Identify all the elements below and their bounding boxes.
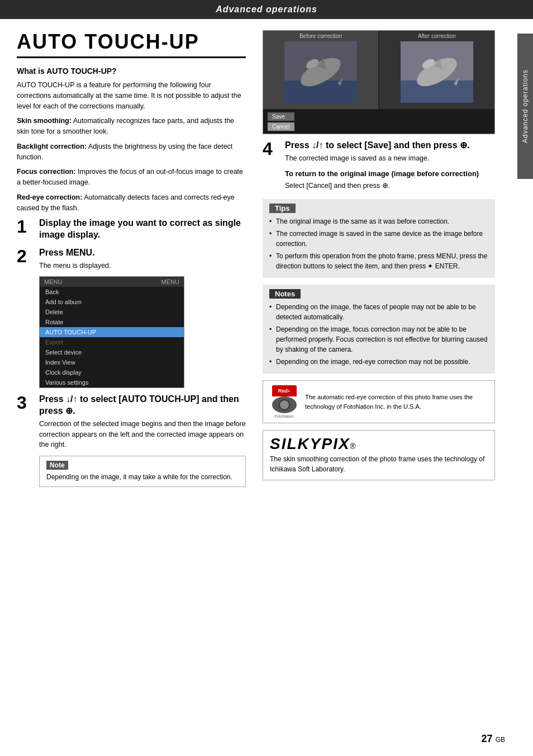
skin-smoothing: Skin smoothing: Automatically recognizes… [17,116,246,137]
svg-rect-7 [401,81,473,103]
silkypix-brand: SILKYPIX [270,436,350,452]
page-title: AUTO TOUCH-UP [17,30,246,58]
page-number-container: 27 GB [482,733,505,745]
tips-title: Tips [269,204,296,213]
menu-screenshot: MENU MENU Back Add to album Delete Rotat… [39,276,184,388]
svg-rect-1 [284,81,357,103]
what-is-body: AUTO TOUCH-UP is a feature for performin… [17,80,246,111]
tips-box: Tips The original image is the same as i… [263,199,495,278]
focus-correction: Focus correction: Improves the focus of … [17,167,246,188]
notes-item-1: Depending on the image, the faces of peo… [269,302,488,322]
step-2: 2 Press MENU. The menu is displayed. [17,247,246,271]
menu-item-rotate: Rotate [40,317,184,327]
notes-title: Notes [269,289,301,299]
tips-item-1: The original image is the same as it was… [269,216,488,226]
before-dolphin-image [284,41,357,103]
menu-label: MENU [44,278,62,285]
notes-item-3: Depending on the image, red-eye correcti… [269,357,488,367]
backlight-correction: Backlight correction: Adjusts the bright… [17,141,246,163]
after-label: After correction [418,31,456,41]
silkypix-box: SILKYPIX ® The skin smoothing correction… [263,430,495,480]
menu-screenshot-header: MENU MENU [40,277,184,287]
save-cancel-bar: Save Cancel [263,109,494,134]
header-title: Advanced operations [216,4,317,14]
step-1-number: 1 [17,218,34,235]
menu-item-select-device: Select device [40,347,184,357]
step-1: 1 Display the image you want to correct … [17,218,246,243]
page-label: GB [496,736,505,744]
backlight-label: Backlight correction: [17,143,87,150]
fotonation-label: FotoNation [272,414,297,418]
save-button[interactable]: Save [268,112,294,121]
silkypix-brand-line: SILKYPIX ® [270,436,488,452]
step-4-number: 4 [263,140,279,158]
note-step3-title: Note [46,461,68,470]
step-2-body: The menu is displayed. [39,261,246,271]
menu-item-delete: Delete [40,307,184,317]
menu-item-auto-touch-up: AUTO TOUCH-UP [40,327,184,337]
tips-item-2: The corrected image is saved in the same… [269,229,488,249]
menu-item-export: Export [40,337,184,347]
step-2-number: 2 [17,247,34,265]
cancel-button[interactable]: Cancel [268,122,294,131]
step-4-title: Press ↓/↑ to select [Save] and then pres… [285,140,495,152]
notes-item-2: Depending on the image, focus correction… [269,324,488,355]
tips-item-3: To perform this operation from the photo… [269,251,488,271]
step-4-body: The corrected image is saved as a new im… [285,153,495,164]
right-column: Before correction [257,19,517,504]
return-to-original-text: Select [Cancel] and then press ⊕. [285,181,495,191]
step-1-title: Display the image you want to correct as… [39,218,246,241]
menu-item-add-to-album: Add to album [40,297,184,307]
step-3: 3 Press ↓/↑ to select [AUTO TOUCH-UP] an… [17,394,246,450]
side-label: Advanced operations [517,34,533,179]
side-label-text: Advanced operations [521,69,529,143]
what-is-heading: What is AUTO TOUCH-UP? [17,67,246,75]
note-step3-text: Depending on the image, it may take a wh… [46,472,239,482]
notes-box: Notes Depending on the image, the faces … [263,285,495,374]
return-to-original-heading: To return to the original image (image b… [285,169,495,178]
menu-item-back: Back [40,287,184,297]
fotonation-logo: Red+ FotoNation [269,385,299,418]
camera-lens-icon [272,396,297,413]
menu-right-label: MENU [161,278,179,285]
correction-images-container: Before correction [263,30,495,134]
focus-label: Focus correction: [17,168,76,176]
before-label: Before correction [299,31,342,41]
red-text: Red+ [272,385,297,396]
step-4: 4 Press ↓/↑ to select [Save] and then pr… [263,140,495,191]
fotonation-box: Red+ FotoNation The automatic red-eye co… [263,380,495,423]
note-step3-box: Note Depending on the image, it may take… [39,456,246,487]
silkypix-reg: ® [350,442,356,451]
header-bar: Advanced operations [0,0,533,19]
step-4-content: Press ↓/↑ to select [Save] and then pres… [285,140,495,191]
skin-smoothing-label: Skin smoothing: [17,117,72,125]
step-1-content: Display the image you want to correct as… [39,218,246,243]
step-3-content: Press ↓/↑ to select [AUTO TOUCH-UP] and … [39,394,246,450]
menu-item-index-view: Index View [40,357,184,367]
step-3-title: Press ↓/↑ to select [AUTO TOUCH-UP] and … [39,394,246,417]
left-column: AUTO TOUCH-UP What is AUTO TOUCH-UP? AUT… [0,19,257,504]
step-2-title: Press MENU. [39,247,246,259]
red-eye-correction: Red-eye correction: Automatically detect… [17,192,246,214]
red-eye-label: Red-eye correction: [17,193,82,201]
menu-item-clock-display: Clock display [40,367,184,377]
after-dolphin-image [401,41,473,103]
page-number: 27 [482,733,493,744]
fotonation-text: The automatic red-eye correction of this… [305,393,489,411]
before-correction-panel: Before correction [263,31,378,109]
menu-item-various-settings: Various settings [40,377,184,388]
step-3-body: Correction of the selected image begins … [39,419,246,450]
after-correction-panel: After correction [379,31,494,109]
step-2-content: Press MENU. The menu is displayed. [39,247,246,271]
silkypix-text: The skin smoothing correction of the pho… [270,454,488,474]
step-3-number: 3 [17,394,34,412]
